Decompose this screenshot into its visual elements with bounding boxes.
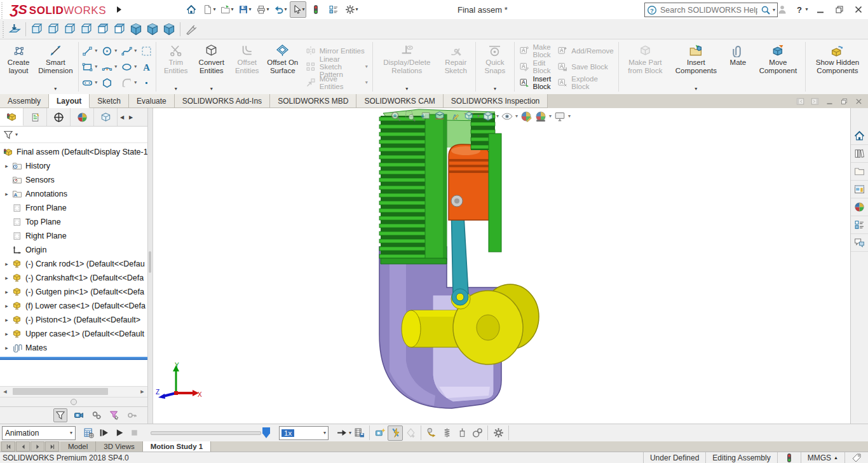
tree-item[interactable]: ▸Upper case<1> (Default<<Default	[0, 327, 147, 341]
filter-no-icon[interactable]	[53, 408, 67, 422]
move-component-button[interactable]: Move Component	[753, 40, 803, 93]
selection-box-tool[interactable]	[140, 43, 153, 59]
section-view-icon[interactable]	[433, 110, 446, 123]
search-box[interactable]: ? ▾	[644, 3, 778, 17]
view-settings-chevron[interactable]: ▾	[568, 114, 571, 119]
view-trimetric-icon[interactable]	[161, 21, 177, 38]
filter-selected-icon[interactable]	[108, 409, 121, 422]
options-button[interactable]: ▾	[343, 1, 360, 18]
play-button[interactable]	[111, 425, 126, 441]
toolbar-flyout-button[interactable]	[111, 1, 127, 18]
custom-properties-icon[interactable]	[851, 216, 868, 234]
arc-tool[interactable]: ▾	[100, 59, 120, 75]
expand-arrow-icon[interactable]: ▸	[2, 303, 11, 309]
timeline-marker[interactable]	[262, 427, 270, 438]
view-back-icon[interactable]	[45, 21, 62, 38]
doc-tab-motion-study-1[interactable]: Motion Study 1	[143, 441, 211, 452]
print-button[interactable]: ▾	[254, 1, 271, 18]
insert-block-button[interactable]: A Insert Block	[516, 75, 555, 91]
play-from-start-button[interactable]	[96, 425, 111, 441]
motor-button[interactable]	[424, 425, 439, 441]
save-button[interactable]: ▾	[236, 1, 253, 18]
tree-item[interactable]: Sensors	[0, 173, 147, 187]
point-tool[interactable]	[140, 75, 153, 91]
expand-arrow-icon[interactable]: ▸	[2, 289, 11, 295]
units-selector[interactable]: MMGS▲	[801, 452, 844, 463]
panel-tab-scroll-right[interactable]: ▶	[126, 108, 135, 126]
tree-item[interactable]: Top Plane	[0, 215, 147, 229]
probe-tool-icon[interactable]	[183, 21, 200, 38]
splitter-handle[interactable]	[71, 399, 77, 405]
tree-item[interactable]: ▸Mates	[0, 341, 147, 355]
view-orientation-chevron[interactable]: ▾	[477, 114, 480, 119]
view-orientation-icon[interactable]	[463, 110, 475, 123]
calculate-button[interactable]	[81, 425, 96, 441]
display-style-chevron[interactable]: ▾	[496, 114, 499, 119]
file-explorer-icon[interactable]	[851, 163, 868, 181]
hide-show-items-chevron[interactable]: ▾	[515, 114, 518, 119]
normal-to-icon[interactable]	[6, 21, 23, 38]
previous-view-icon[interactable]	[419, 110, 431, 123]
view-bottom-icon[interactable]	[111, 21, 128, 38]
nav-prev-icon[interactable]	[16, 441, 30, 452]
home-button[interactable]	[183, 1, 200, 18]
tree-item[interactable]: ▸(-) Piston<1> (Default<<Default>	[0, 313, 147, 327]
tree-item[interactable]: ▸(-) Crankshaft<1> (Default<<Defa	[0, 271, 147, 285]
tree-root[interactable]: Final assem (Default<Display State-1>	[0, 145, 147, 159]
sketch-text-tool[interactable]: A	[140, 59, 153, 75]
expand-arrow-icon[interactable]: ▸	[2, 261, 11, 267]
edit-appearance-icon[interactable]	[520, 110, 532, 123]
polygon-tool[interactable]: ▾	[100, 75, 120, 91]
expand-arrow-icon[interactable]: ▸	[2, 191, 11, 197]
auto-key-button[interactable]	[388, 425, 403, 441]
tree-horizontal-scrollbar[interactable]: ◀ ▶	[0, 386, 147, 397]
display-style-icon[interactable]	[482, 110, 494, 123]
collapse-right-pane-icon[interactable]	[811, 97, 819, 106]
appearances-scenes-icon[interactable]	[851, 198, 868, 216]
tab-solidworks-cam[interactable]: SOLIDWORKS CAM	[356, 94, 443, 108]
filter-chevron[interactable]: ▾	[15, 132, 18, 137]
minimize-button[interactable]	[811, 1, 829, 18]
tree-item[interactable]: Right Plane	[0, 229, 147, 243]
graphics-viewport[interactable]: A▾▾▾▾▾	[153, 108, 850, 424]
convert-entities-button[interactable]: Convert Entities▾	[193, 40, 230, 93]
scroll-right-icon[interactable]: ▶	[137, 389, 147, 394]
search-input[interactable]	[659, 5, 759, 15]
ellipse-tool[interactable]: ▾	[120, 59, 140, 75]
view-settings-icon[interactable]	[553, 110, 566, 123]
tab-assembly[interactable]: Assembly	[0, 94, 49, 108]
view-isometric-icon[interactable]	[128, 21, 144, 38]
splitter-knob[interactable]	[149, 251, 151, 273]
spline-tool[interactable]: ▾	[120, 43, 140, 59]
rectangle-tool[interactable]: ▾	[81, 59, 100, 75]
mate-button[interactable]: Mate	[722, 40, 753, 93]
dynamic-annotation-views-icon[interactable]: A	[448, 110, 461, 123]
hide-show-items-icon[interactable]	[501, 110, 513, 123]
close-button[interactable]	[850, 1, 867, 18]
help-button[interactable]: ?▾	[792, 1, 810, 18]
study-type-select[interactable]: Animation ▾	[2, 426, 76, 440]
expand-arrow-icon[interactable]: ▸	[2, 345, 11, 351]
panel-splitter[interactable]	[148, 108, 153, 424]
engine-assembly-model[interactable]	[358, 108, 561, 420]
tree-item[interactable]: ▸AAnnotations	[0, 187, 147, 201]
expand-arrow-icon[interactable]: ▸	[2, 331, 11, 337]
filter-results-icon[interactable]	[126, 409, 139, 422]
doc-minimize-icon[interactable]	[825, 97, 834, 106]
tree-item[interactable]: ▸(-) Gutgen pin<1> (Default<<Defa	[0, 285, 147, 299]
motion-study-properties-button[interactable]	[491, 425, 506, 441]
scrollbar-thumb[interactable]	[13, 388, 108, 395]
tab-evaluate[interactable]: Evaluate	[129, 94, 175, 108]
new-document-button[interactable]: ▾	[201, 1, 217, 18]
slot-tool[interactable]: ▾	[81, 75, 100, 91]
create-layout-button[interactable]: Create layout	[1, 40, 36, 93]
tree-item[interactable]: ▸History	[0, 159, 147, 173]
animation-wizard-button[interactable]	[372, 425, 388, 441]
expand-arrow-icon[interactable]: ▸	[2, 163, 11, 169]
tab-solidworks-add-ins[interactable]: SOLIDWORKS Add-Ins	[175, 94, 270, 108]
select-tool-button[interactable]: ▾	[290, 1, 306, 18]
smart-dimension-button[interactable]: Smart Dimension ▾	[36, 40, 75, 93]
tab-solidworks-mbd[interactable]: SOLIDWORKS MBD	[270, 94, 356, 108]
line-tool[interactable]: ▾	[81, 43, 100, 59]
restore-button[interactable]	[831, 1, 848, 18]
